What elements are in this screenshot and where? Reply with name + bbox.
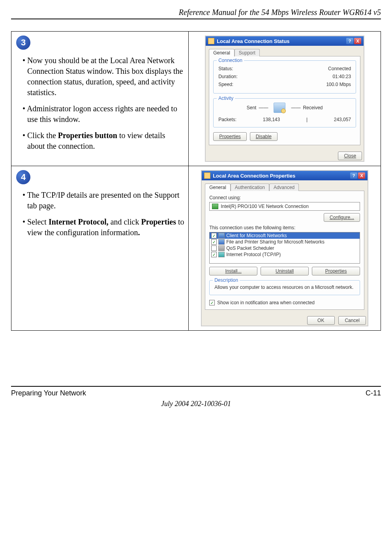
- status-label: Status:: [218, 66, 233, 71]
- configure-button[interactable]: Configure...: [324, 213, 360, 222]
- properties-window-title: Local Area Connection Properties: [213, 173, 295, 179]
- checkbox-icon[interactable]: ✓: [211, 239, 217, 245]
- step4-bullet1: The TCP/IP details are presented on the …: [23, 190, 184, 211]
- checkbox-icon[interactable]: ✓: [211, 233, 217, 238]
- close-icon[interactable]: X: [354, 38, 361, 44]
- show-icon-checkbox[interactable]: ✓: [209, 300, 215, 305]
- nic-name: Intel(R) PRO/100 VE Network Connection: [221, 204, 309, 209]
- nic-field: Intel(R) PRO/100 VE Network Connection: [209, 202, 360, 211]
- uninstall-button[interactable]: Uninstall: [261, 267, 309, 275]
- step4-bullet2: Select Internet Protocol, and click Prop…: [23, 217, 184, 238]
- tab-general[interactable]: General: [209, 49, 234, 56]
- steps-table: 3 Now you should be at the Local Area Ne…: [11, 31, 381, 331]
- close-icon[interactable]: X: [358, 172, 365, 179]
- step3-screenshot-cell: Local Area Connection Status ? X General…: [189, 32, 381, 166]
- footer-page: C-11: [366, 389, 381, 397]
- packets-received: 243,057: [334, 117, 351, 122]
- connection-group: Connection Status:Connected Duration:01:…: [213, 60, 356, 94]
- description-legend: Description: [213, 277, 240, 283]
- step3-bullet2: Administrator logon access rights are ne…: [23, 103, 184, 125]
- connect-using-label: Connect using:: [209, 195, 360, 200]
- window-icon: [204, 172, 210, 179]
- disable-button[interactable]: Disable: [250, 132, 278, 141]
- tcpip-icon: [218, 252, 225, 257]
- step-badge-3: 3: [16, 36, 30, 50]
- duration-label: Duration:: [218, 74, 238, 79]
- list-item[interactable]: QoS Packet Scheduler: [210, 245, 360, 251]
- checkbox-icon[interactable]: [211, 245, 217, 251]
- window-icon: [208, 38, 214, 44]
- activity-group: Activity Sent —— —— Received: [213, 98, 356, 127]
- qos-icon: [218, 245, 225, 251]
- items-listbox[interactable]: ✓Client for Microsoft Networks ✓File and…: [209, 232, 360, 264]
- help-icon[interactable]: ?: [346, 38, 353, 44]
- ok-button[interactable]: OK: [307, 316, 335, 325]
- step-badge-4: 4: [16, 170, 30, 184]
- item-properties-button[interactable]: Properties: [312, 267, 360, 275]
- cancel-button[interactable]: Cancel: [338, 316, 366, 325]
- footer-date: July 2004 202-10036-01: [11, 400, 381, 408]
- network-icon: [274, 103, 285, 113]
- tab-authentication[interactable]: Authentication: [231, 183, 269, 191]
- share-icon: [218, 239, 225, 245]
- step4-text-cell: 4 The TCP/IP details are presented on th…: [11, 166, 189, 331]
- list-item[interactable]: ✓File and Printer Sharing for Microsoft …: [210, 239, 360, 245]
- description-text: Allows your computer to access resources…: [214, 285, 355, 290]
- list-item[interactable]: ✓Internet Protocol (TCP/IP): [210, 251, 360, 258]
- status-window: Local Area Connection Status ? X General…: [205, 36, 364, 162]
- packets-label: Packets:: [218, 117, 236, 122]
- status-window-titlebar: Local Area Connection Status ? X: [206, 36, 364, 46]
- status-window-title: Local Area Connection Status: [217, 38, 289, 44]
- speed-label: Speed:: [218, 82, 233, 87]
- page-footer: Preparing Your Network C-11: [11, 386, 381, 397]
- properties-window: Local Area Connection Properties ? X Gen…: [201, 170, 368, 326]
- tab-support[interactable]: Support: [234, 49, 260, 56]
- tab-general[interactable]: General: [205, 183, 231, 191]
- status-value: Connected: [328, 66, 351, 71]
- connection-legend: Connection: [217, 58, 244, 63]
- tab-advanced[interactable]: Advanced: [269, 183, 299, 191]
- step3-bullet1: Now you should be at the Local Area Netw…: [23, 55, 184, 98]
- list-item[interactable]: ✓Client for Microsoft Networks: [210, 232, 360, 239]
- client-icon: [218, 233, 225, 238]
- help-icon[interactable]: ?: [350, 172, 357, 179]
- duration-value: 01:40:23: [332, 74, 351, 79]
- packets-sent: 138,143: [263, 117, 280, 122]
- received-label: Received: [303, 105, 323, 110]
- show-icon-label: Show icon in notification area when conn…: [217, 300, 315, 305]
- step3-bullet3: Click the Properties button to view deta…: [23, 130, 184, 152]
- speed-value: 100.0 Mbps: [326, 82, 351, 87]
- nic-icon: [212, 204, 218, 209]
- uses-items-label: This connection uses the following items…: [209, 225, 360, 230]
- description-group: Description Allows your computer to acce…: [209, 280, 360, 295]
- step4-bullets: The TCP/IP details are presented on the …: [15, 190, 184, 238]
- step3-bullets: Now you should be at the Local Area Netw…: [15, 55, 184, 152]
- step3-text-cell: 3 Now you should be at the Local Area Ne…: [11, 32, 189, 166]
- step4-screenshot-cell: Local Area Connection Properties ? X Gen…: [189, 166, 381, 331]
- checkbox-icon[interactable]: ✓: [211, 252, 217, 257]
- close-button[interactable]: Close: [338, 152, 362, 160]
- footer-section: Preparing Your Network: [11, 389, 86, 397]
- properties-window-titlebar: Local Area Connection Properties ? X: [202, 171, 368, 180]
- sent-label: Sent: [247, 105, 257, 110]
- properties-button[interactable]: Properties: [213, 132, 247, 141]
- install-button[interactable]: Install...: [209, 267, 257, 275]
- page-header: Reference Manual for the 54 Mbps Wireles…: [11, 8, 381, 19]
- activity-legend: Activity: [217, 95, 235, 101]
